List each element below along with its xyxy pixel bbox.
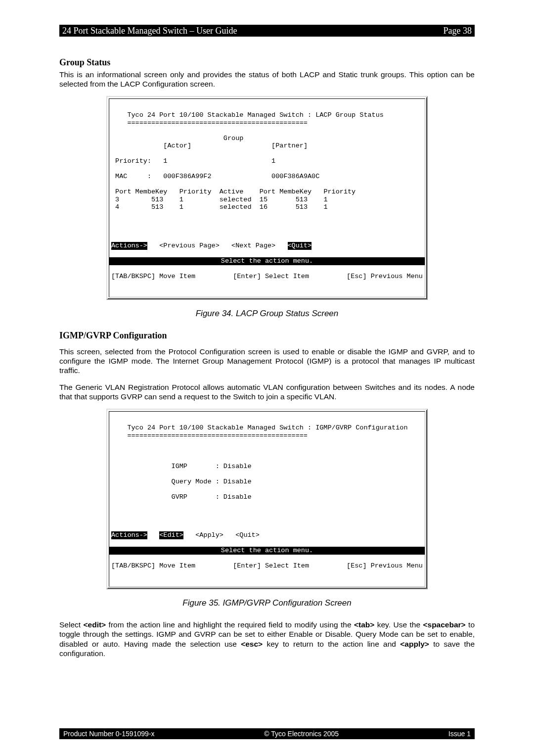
term2-footer: [TAB/BKSPC] Move Item [Enter] Select Ite… bbox=[109, 562, 425, 571]
text: key. Use the bbox=[374, 620, 423, 629]
term1-row: selected bbox=[220, 203, 252, 211]
figure-35-caption: Figure 35. IGMP/GVRP Configuration Scree… bbox=[59, 598, 475, 608]
term1-hintbar: Select the action menu. bbox=[109, 257, 425, 265]
term2-title: Tyco 24 Port 10/100 Stackable Managed Sw… bbox=[127, 424, 407, 431]
header-right: Page 38 bbox=[444, 26, 472, 36]
group-status-paragraph: This is an informational screen only and… bbox=[59, 70, 475, 89]
term1-mac-label: MAC : bbox=[115, 173, 151, 180]
text: from the action line and highlight the r… bbox=[106, 620, 354, 629]
esc-key: <esc> bbox=[241, 640, 263, 648]
terminal-igmp-body: Tyco 24 Port 10/100 Stackable Managed Sw… bbox=[109, 419, 425, 539]
term1-actor-mac: 000F386A99F2 bbox=[163, 173, 211, 180]
term1-row: 3 513 1 bbox=[115, 196, 183, 203]
igmp-gvrp-paragraph-2: The Generic VLAN Registration Protocol a… bbox=[59, 382, 475, 402]
term1-col-b: Active bbox=[220, 188, 244, 195]
term2-hintbar: Select the action menu. bbox=[109, 547, 425, 555]
term1-group-label: Group bbox=[223, 135, 244, 142]
footer-left: Product Number 0-1591099-x bbox=[63, 730, 154, 738]
text: key to return to the action line and bbox=[263, 640, 400, 648]
term1-row: 15 513 1 bbox=[260, 196, 328, 203]
next-page-action[interactable]: <Next Page> bbox=[231, 242, 275, 249]
section-title-group-status: Group Status bbox=[59, 57, 475, 68]
edit-action[interactable]: <Edit> bbox=[159, 531, 183, 539]
query-mode-label: Query Mode bbox=[172, 478, 212, 485]
gvrp-label: GVRP bbox=[172, 493, 187, 501]
terminal-frame-igmp: Tyco 24 Port 10/100 Stackable Managed Sw… bbox=[106, 409, 428, 589]
term1-actor-label: [Actor] bbox=[163, 142, 191, 149]
term1-footer: [TAB/BKSPC] Move Item [Enter] Select Ite… bbox=[109, 273, 425, 282]
text: Select bbox=[59, 620, 84, 629]
terminal-frame-lacp: Tyco 24 Port 10/100 Stackable Managed Sw… bbox=[106, 96, 428, 300]
term1-col-a: Port MembeKey Priority bbox=[115, 188, 211, 195]
apply-action[interactable]: <Apply> bbox=[195, 531, 223, 539]
apply-key: <apply> bbox=[400, 640, 429, 648]
footer-mid: © Tyco Electronics 2005 bbox=[264, 730, 339, 738]
term1-row: selected bbox=[220, 196, 252, 203]
igmp-gvrp-paragraph-1: This screen, selected from the Protocol … bbox=[59, 347, 475, 376]
term1-priority-label: Priority: bbox=[115, 157, 151, 165]
query-mode-value[interactable]: Disable bbox=[223, 478, 252, 485]
term2-foot-left: [TAB/BKSPC] Move Item bbox=[111, 562, 195, 570]
terminal-lacp-body: Tyco 24 Port 10/100 Stackable Managed Sw… bbox=[109, 106, 425, 249]
quit-action[interactable]: <Quit> bbox=[235, 531, 260, 539]
term1-foot-mid: [Enter] Select Item bbox=[233, 273, 309, 281]
term1-foot-right: [Esc] Previous Menu bbox=[347, 273, 423, 281]
igmp-label: IGMP bbox=[172, 463, 187, 470]
page-footer: Product Number 0-1591099-x © Tyco Electr… bbox=[59, 728, 475, 739]
term1-actor-priority: 1 bbox=[163, 157, 167, 165]
term2-foot-mid: [Enter] Select Item bbox=[233, 562, 309, 570]
term2-foot-right: [Esc] Previous Menu bbox=[347, 562, 423, 570]
gvrp-value[interactable]: Disable bbox=[223, 493, 252, 501]
term1-row: 16 513 1 bbox=[260, 203, 328, 211]
term1-title: Tyco 24 Port 10/100 Stackable Managed Sw… bbox=[127, 111, 383, 119]
section-title-igmp-gvrp: IGMP/GVRP Configuration bbox=[59, 331, 475, 341]
terminal-igmp: Tyco 24 Port 10/100 Stackable Managed Sw… bbox=[109, 411, 425, 587]
quit-action[interactable]: <Quit> bbox=[288, 242, 312, 250]
spacebar-key: <spacebar> bbox=[423, 620, 465, 629]
term2-actions[interactable]: Actions-> bbox=[111, 531, 147, 539]
term1-rule: ========================================… bbox=[127, 119, 308, 127]
edit-key: <edit> bbox=[84, 620, 106, 629]
term1-row: 4 513 1 bbox=[115, 203, 183, 211]
term1-actions[interactable]: Actions-> bbox=[111, 242, 147, 250]
term1-foot-left: [TAB/BKSPC] Move Item bbox=[111, 273, 195, 281]
page-header: 24 Port Stackable Managed Switch – User … bbox=[59, 25, 475, 37]
igmp-value[interactable]: Disable bbox=[223, 463, 252, 470]
header-left: 24 Port Stackable Managed Switch – User … bbox=[62, 26, 237, 36]
term1-partner-priority: 1 bbox=[271, 157, 275, 165]
previous-page-action[interactable]: <Previous Page> bbox=[159, 242, 220, 249]
footer-right: Issue 1 bbox=[448, 730, 471, 738]
tab-key: <tab> bbox=[354, 620, 374, 629]
term1-partner-mac: 000F386A9A0C bbox=[271, 173, 319, 180]
term1-col-c: Port MembeKey Priority bbox=[260, 188, 356, 195]
closing-paragraph: Select <edit> from the action line and h… bbox=[59, 620, 475, 659]
term2-rule: ========================================… bbox=[127, 432, 308, 439]
term1-partner-label: [Partner] bbox=[271, 142, 308, 149]
figure-34-caption: Figure 34. LACP Group Status Screen bbox=[59, 309, 475, 319]
terminal-lacp: Tyco 24 Port 10/100 Stackable Managed Sw… bbox=[109, 98, 425, 297]
